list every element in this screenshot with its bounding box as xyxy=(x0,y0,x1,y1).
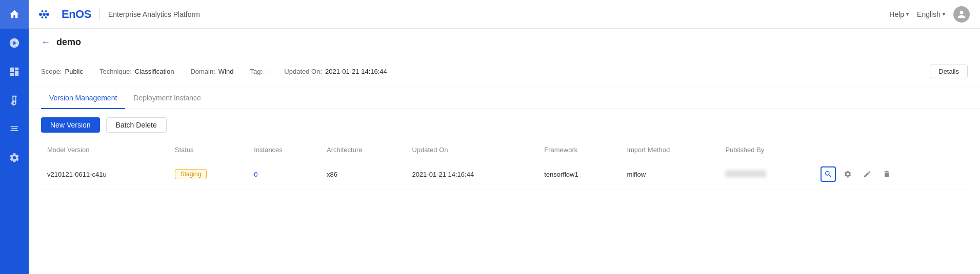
scope-label: Scope: xyxy=(41,68,62,75)
table-wrap: Model Version Status Instances Architect… xyxy=(29,141,980,198)
page-content: ← demo Scope: Public Technique: Classifi… xyxy=(29,29,980,274)
technique-label: Technique: xyxy=(99,68,132,75)
technique-value: Classification xyxy=(135,68,174,75)
svg-point-8 xyxy=(45,10,47,12)
col-updated-on: Updated On xyxy=(406,141,538,159)
svg-point-6 xyxy=(46,13,49,16)
home-icon xyxy=(9,9,20,20)
analytics-icon xyxy=(9,37,20,49)
settings-icon xyxy=(9,152,20,163)
cell-status: Staging xyxy=(169,159,248,189)
delete-icon xyxy=(883,170,891,178)
sidebar-item-data[interactable] xyxy=(0,115,29,143)
status-badge: Staging xyxy=(175,169,207,179)
edit-action-button[interactable] xyxy=(859,166,875,182)
domain-label: Domain: xyxy=(190,68,215,75)
svg-point-1 xyxy=(16,40,17,41)
cell-instances: 0 xyxy=(248,159,321,189)
header-right: Help ▾ English ▾ xyxy=(889,6,970,23)
action-icons xyxy=(821,166,962,182)
table-header-row: Model Version Status Instances Architect… xyxy=(41,141,968,159)
page-title: demo xyxy=(56,37,81,48)
updated-on-item: Updated On: 2021-01-21 14:16:44 xyxy=(284,68,387,75)
technique-item: Technique: Classification xyxy=(99,68,174,75)
cell-model-version: v210121-0611-c41u xyxy=(41,159,169,189)
svg-point-2 xyxy=(11,45,13,46)
help-chevron-icon: ▾ xyxy=(906,11,909,17)
sidebar-item-dashboard[interactable] xyxy=(0,57,29,86)
svg-point-4 xyxy=(39,13,42,16)
meta-actions: Details xyxy=(930,65,968,78)
search-icon xyxy=(824,170,832,178)
view-action-button[interactable] xyxy=(821,166,836,182)
tag-item: Tag: - xyxy=(250,68,268,75)
table-row: v210121-0611-c41u Staging 0 x86 2021-01-… xyxy=(41,159,968,189)
tabs-bar: Version Management Deployment Instance xyxy=(29,87,980,109)
language-label: English xyxy=(917,10,941,18)
col-status: Status xyxy=(169,141,248,159)
deploy-icon xyxy=(844,170,852,178)
app-name: Enterprise Analytics Platform xyxy=(108,10,200,18)
scope-value: Public xyxy=(65,68,83,75)
tag-label: Tag: xyxy=(250,68,263,75)
svg-point-5 xyxy=(43,13,46,16)
cell-published-by xyxy=(719,159,814,189)
data-icon xyxy=(9,123,20,135)
tab-deployment-instance[interactable]: Deployment Instance xyxy=(125,88,209,109)
svg-point-7 xyxy=(42,10,44,12)
help-button[interactable]: Help ▾ xyxy=(889,10,909,18)
col-import-method: Import Method xyxy=(621,141,719,159)
cell-architecture: x86 xyxy=(321,159,406,189)
header-divider xyxy=(99,8,100,20)
back-button[interactable]: ← xyxy=(41,37,50,48)
instances-link[interactable]: 0 xyxy=(254,171,257,178)
avatar-icon xyxy=(957,10,966,19)
domain-value: Wind xyxy=(218,68,234,75)
col-instances: Instances xyxy=(248,141,321,159)
col-architecture: Architecture xyxy=(321,141,406,159)
details-button[interactable]: Details xyxy=(930,65,968,78)
logo-text: EnOS xyxy=(62,8,91,21)
help-label: Help xyxy=(889,10,904,18)
cell-actions xyxy=(814,159,968,189)
svg-point-9 xyxy=(42,16,44,18)
edit-icon xyxy=(863,170,871,178)
delete-action-button[interactable] xyxy=(879,166,894,182)
meta-row: Scope: Public Technique: Classification … xyxy=(29,56,980,87)
enos-dots xyxy=(39,9,57,19)
sidebar-item-analytics[interactable] xyxy=(0,29,29,57)
batch-delete-button[interactable]: Batch Delete xyxy=(106,117,167,133)
svg-point-3 xyxy=(16,45,17,46)
main-area: EnOS Enterprise Analytics Platform Help … xyxy=(29,0,980,274)
updated-on-label: Updated On: xyxy=(284,68,322,75)
sidebar-item-lab[interactable] xyxy=(0,86,29,115)
tab-deployment-instance-label: Deployment Instance xyxy=(133,94,201,102)
tab-version-management[interactable]: Version Management xyxy=(41,88,125,109)
new-version-button[interactable]: New Version xyxy=(41,117,100,133)
tab-version-management-label: Version Management xyxy=(49,94,117,102)
sidebar-item-settings[interactable] xyxy=(0,143,29,172)
logo-icon xyxy=(39,9,57,19)
scope-item: Scope: Public xyxy=(41,68,83,75)
header: EnOS Enterprise Analytics Platform Help … xyxy=(29,0,980,29)
toolbar: New Version Batch Delete xyxy=(29,109,980,141)
language-button[interactable]: English ▾ xyxy=(917,10,945,18)
svg-point-10 xyxy=(45,16,47,18)
deploy-action-button[interactable] xyxy=(840,166,855,182)
col-framework: Framework xyxy=(538,141,621,159)
svg-point-0 xyxy=(11,40,13,41)
sidebar xyxy=(0,0,29,274)
published-by-blurred xyxy=(725,170,766,177)
versions-table: Model Version Status Instances Architect… xyxy=(41,141,968,189)
user-avatar[interactable] xyxy=(953,6,970,23)
page-header: ← demo xyxy=(29,29,980,56)
domain-item: Domain: Wind xyxy=(190,68,233,75)
col-actions xyxy=(814,141,968,159)
col-published-by: Published By xyxy=(719,141,814,159)
sidebar-item-home[interactable] xyxy=(0,0,29,29)
logo: EnOS xyxy=(39,8,91,21)
updated-on-value: 2021-01-21 14:16:44 xyxy=(325,68,387,75)
col-model-version: Model Version xyxy=(41,141,169,159)
dashboard-icon xyxy=(9,66,20,77)
lab-icon xyxy=(9,95,20,106)
